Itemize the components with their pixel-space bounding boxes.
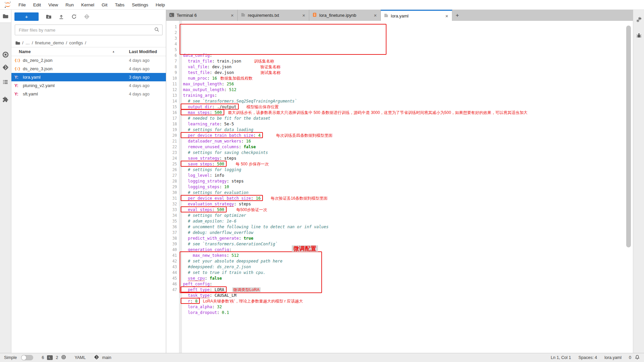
sort-ascending-icon[interactable]: ▲ <box>112 50 115 53</box>
git-clone-icon[interactable] <box>84 13 90 19</box>
close-icon[interactable]: × <box>373 12 377 18</box>
new-folder-icon[interactable] <box>45 13 51 19</box>
code-line[interactable]: # see `transformers.GenerationConfig` <box>182 241 633 247</box>
indent-setting[interactable]: Spaces: 4 <box>579 355 597 360</box>
code-line[interactable]: num_proc: 16数据集加载线程数 <box>182 76 633 81</box>
menu-item-settings[interactable]: Settings <box>128 2 152 7</box>
code-line[interactable]: log_level: info <box>182 173 633 178</box>
code-line[interactable]: val_file: dev.json验证集名称 <box>182 64 633 70</box>
code-line[interactable]: use_cpu: false <box>182 276 633 281</box>
menu-item-view[interactable]: View <box>45 2 62 7</box>
file-row[interactable]: {:}ds_zero_2.json4 days ago <box>11 56 166 65</box>
code-line[interactable]: #deepspeed: ds_zero_2.json <box>182 264 633 270</box>
menu-item-edit[interactable]: Edit <box>30 2 45 7</box>
code-line[interactable]: # settings for saving checkpoints <box>182 150 633 156</box>
code-line[interactable]: generation_config: <box>182 247 633 253</box>
breadcrumb-folder[interactable]: finetune_demo <box>35 40 64 45</box>
code-line[interactable]: max_input_length: 256 <box>182 81 633 87</box>
property-inspector-icon[interactable] <box>635 16 643 23</box>
new-launcher-button[interactable]: + <box>14 12 39 21</box>
tab-lora-finetune-ipynb[interactable]: lora_finetune.ipynb× <box>309 10 381 21</box>
debugger-icon[interactable] <box>635 32 643 39</box>
file-browser-icon[interactable] <box>2 12 9 20</box>
code-line[interactable]: logging_strategy: steps <box>182 178 633 184</box>
file-row[interactable]: Y:lora.yaml3 days ago <box>11 73 166 81</box>
running-sessions-icon[interactable] <box>2 51 9 58</box>
editor-scrollbar-thumb[interactable] <box>626 26 631 247</box>
code-line[interactable]: lora_alpha: 32 <box>182 304 633 310</box>
add-tab-button[interactable]: + <box>452 10 462 21</box>
code-line[interactable]: peft_type: LORA微调类型LoRA <box>182 287 633 293</box>
terminal-count[interactable]: 6 <box>42 355 44 360</box>
code-line[interactable]: # settings for data loading <box>182 127 633 133</box>
menu-item-run[interactable]: Run <box>62 2 78 7</box>
file-row[interactable]: Y:ptuning_v2.yaml4 days ago <box>11 81 166 90</box>
code-line[interactable]: train_file: train.json训练集名称 <box>182 58 633 64</box>
menu-item-tabs[interactable]: Tabs <box>111 2 128 7</box>
code-line[interactable]: learning_rate: 5e-5 <box>182 121 633 127</box>
close-icon[interactable]: × <box>445 13 449 19</box>
code-line[interactable]: # uncomment the following line to detect… <box>182 224 633 230</box>
code-area[interactable]: 微调配置 data_config: train_file: train.json… <box>182 21 633 353</box>
code-line[interactable]: save_strategy: steps <box>182 156 633 161</box>
close-icon[interactable]: × <box>302 12 306 18</box>
code-line[interactable]: # adam_epsilon: 1e-6 <box>182 218 633 224</box>
code-line[interactable]: eval_steps: 500每500步验证一次 <box>182 207 633 213</box>
code-line[interactable]: max_new_tokens: 512 <box>182 253 633 258</box>
code-line[interactable]: # settings for logging <box>182 167 633 173</box>
code-line[interactable]: # set to true if train with cpu. <box>182 270 633 276</box>
breadcrumb-folder[interactable]: configs <box>69 40 83 45</box>
code-line[interactable]: # see `transformers.Seq2SeqTrainingArgum… <box>182 98 633 104</box>
file-filter-input[interactable] <box>15 25 163 35</box>
code-line[interactable] <box>182 316 633 321</box>
file-row[interactable]: {:}ds_zero_3.json4 days ago <box>11 65 166 73</box>
kernel-count[interactable]: 2 <box>56 355 58 360</box>
code-line[interactable]: task_type: CAUSAL_LM <box>182 293 633 298</box>
code-line[interactable]: lora_dropout: 0.1 <box>182 310 633 316</box>
file-row[interactable]: Y:sft.yaml4 days ago <box>11 90 166 98</box>
code-line[interactable]: predict_with_generate: true <box>182 236 633 241</box>
code-line[interactable]: per_device_train_batch_size: 4每次训练丢四条数据到… <box>182 133 633 138</box>
git-branch-name[interactable]: main <box>102 355 111 360</box>
home-folder-icon[interactable] <box>15 40 20 45</box>
code-line[interactable]: evaluation_strategy: steps <box>182 201 633 207</box>
upload-icon[interactable] <box>58 13 64 19</box>
tab-lora-yaml[interactable]: lora.yaml× <box>381 10 452 21</box>
code-line[interactable]: # settings for optimizer <box>182 213 633 218</box>
code-line[interactable]: r: 8LoRA关键参数‘秩’，理论上参数量越大的模型 r 应该越大 <box>182 298 633 304</box>
code-line[interactable]: dataloader_num_workers: 16 <box>182 138 633 144</box>
code-line[interactable]: save_steps: 500每 500 步保存一次 <box>182 161 633 167</box>
code-line[interactable]: peft_config: <box>182 281 633 287</box>
close-icon[interactable]: × <box>230 12 234 18</box>
code-line[interactable]: data_config: <box>182 53 633 58</box>
column-last-modified[interactable]: Last Modified <box>129 49 166 54</box>
code-line[interactable]: # set your absolute deepspeed path here <box>182 258 633 264</box>
code-line[interactable]: per_device_eval_batch_size: 16每次验证丢16条数据… <box>182 196 633 201</box>
language-mode[interactable]: YAML <box>75 355 86 360</box>
editor[interactable]: 1234567891011121314151617181920212223242… <box>166 21 633 353</box>
bell-icon[interactable] <box>635 355 640 361</box>
menu-item-help[interactable]: Help <box>152 2 169 7</box>
table-of-contents-icon[interactable] <box>2 78 9 86</box>
extensions-icon[interactable] <box>2 96 9 103</box>
code-line[interactable]: logging_steps: 10 <box>182 184 633 190</box>
breadcrumb-ellipsis[interactable]: … <box>26 40 30 45</box>
refresh-icon[interactable] <box>71 13 77 19</box>
code-line[interactable]: # needed to be fit for the dataset <box>182 116 633 121</box>
cursor-position[interactable]: Ln 1, Col 1 <box>551 355 571 360</box>
menu-item-file[interactable]: File <box>15 2 30 7</box>
menu-item-kernel[interactable]: Kernel <box>78 2 98 7</box>
code-line[interactable]: max_output_length: 512 <box>182 87 633 93</box>
code-line[interactable]: # debug: underflow_overflow <box>182 230 633 236</box>
column-name[interactable]: Name ▲ <box>19 49 129 54</box>
code-line[interactable]: test_file: dev.json测试集名称 <box>182 70 633 76</box>
tab-terminal-6[interactable]: $_Terminal 6× <box>166 10 238 21</box>
code-line[interactable]: # settings for evaluation <box>182 190 633 196</box>
code-line[interactable]: training_args: <box>182 93 633 98</box>
code-line[interactable]: remove_unused_columns: false <box>182 144 633 150</box>
notification-count[interactable]: 0 <box>629 355 631 360</box>
tab-requirements-txt[interactable]: requirements.txt× <box>238 10 309 21</box>
simple-mode-toggle[interactable] <box>21 355 33 360</box>
git-icon[interactable] <box>2 64 9 71</box>
menu-item-git[interactable]: Git <box>98 2 111 7</box>
